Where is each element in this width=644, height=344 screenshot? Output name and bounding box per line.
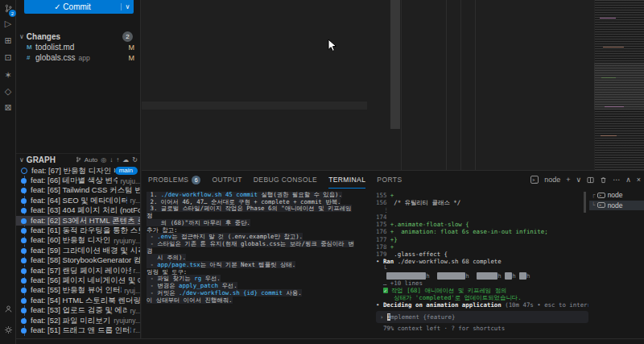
maximize-panel-button[interactable]: ∧: [625, 176, 631, 184]
settings-gear-icon[interactable]: [0, 322, 16, 337]
minimap[interactable]: [594, 0, 644, 170]
commit-row[interactable]: feat: [58] StorybookGenerator 컴포...: [16, 256, 141, 266]
commit-row[interactable]: feat: [60] 반응형 디자인 적용... ryujuny...: [16, 236, 141, 246]
code-line[interactable]: 21# Optional: File Upload Configuration: [142, 143, 367, 151]
code-line[interactable]: 15NEXT_PUBLIC_APP_NAME="AI 스토리북 생성기": [142, 93, 367, 101]
commit-row[interactable]: feat: [67] 반응형 디자인 미디... main: [16, 166, 141, 176]
terminal-line-text: 의 (68)"까지 마무리 후 중단.: [147, 219, 250, 226]
commit-dropdown-chevron-icon[interactable]: ∨: [121, 3, 134, 10]
code-line[interactable]: 6: [142, 19, 367, 27]
commit-row[interactable]: feat: [62] S3에서 HTML 콘텐츠 로드......: [16, 216, 141, 226]
commit-row[interactable]: feat: [54] HTML 스토리북 렌더링 컴포...: [16, 296, 141, 305]
code-line[interactable]: 7# AWS S3 Configuration: [142, 27, 367, 35]
code-line[interactable]: 228 updated=true: [402, 28, 593, 36]
editor-shell-script[interactable]: 224 if [[ ... ]] 225 local updated_line …: [401, 0, 644, 170]
settings-sync-icon[interactable]: ⊠: [0, 100, 16, 114]
code-line[interactable]: 231 echo "$line" >> "$temp_file": [402, 53, 593, 61]
terminal-profile-dropdown[interactable]: ∨: [576, 176, 582, 184]
terminal-scrollbar[interactable]: [584, 192, 586, 213]
editor-env-file[interactable]: 4# Replicate API Key for image generatio…: [142, 0, 401, 170]
copilot-icon[interactable]: ✶: [0, 68, 16, 82]
code-line[interactable]: 16: [142, 102, 367, 110]
extensions-icon[interactable]: ⊞: [0, 33, 16, 48]
panel-tab[interactable]: TERMINAL: [328, 171, 365, 189]
code-line[interactable]: 14NEXT_PUBLIC_APP_URL=http://localhost:3…: [142, 85, 367, 93]
close-panel-button[interactable]: ×: [637, 176, 641, 184]
commit-author: ry...: [130, 307, 141, 315]
code-line[interactable]: 244 rm "$temp_file": [402, 161, 593, 169]
code-line[interactable]: 242 echo -e "${GREEN} 상태가 '$new_status'로…: [402, 144, 593, 152]
code-line[interactable]: 23ALLOWED_FILE_TYPES=image/jpeg,image/pn…: [142, 160, 367, 168]
commit-row[interactable]: feat: [53] 업로드 검증 및 에러 표시... ry...: [16, 305, 141, 315]
code-line[interactable]: 10AWS_REGION=: [142, 52, 367, 60]
panel-tab[interactable]: DEBUG CONSOLE: [254, 171, 317, 189]
cloud-icon[interactable]: ☁: [122, 156, 129, 164]
code-line[interactable]: 243 else: [402, 153, 593, 161]
code-line[interactable]: 235 fi: [402, 86, 593, 94]
code-line[interactable]: 241 echo -e "${GREEN}✓ 작업 [$task_id] $ta…: [402, 136, 593, 144]
code-line[interactable]: 5REPLICATE_API_KEY=: [142, 10, 367, 18]
new-terminal-button[interactable]: +: [566, 176, 570, 184]
changed-file-row[interactable]: M todolist.md M: [16, 42, 141, 52]
more-actions-button[interactable]: ⋯: [613, 176, 620, 184]
commit-row[interactable]: feat: [57] 랜딩 페이지 레이아웃 구현... r...: [16, 266, 141, 276]
code-line[interactable]: 18RATE_LIMIT_MAX_REQUESTS=10: [142, 118, 367, 126]
editor-scrollbar[interactable]: [390, 0, 400, 129]
graph-target-icon[interactable]: ◎: [101, 156, 106, 164]
commit-row[interactable]: feat: [52] 파일 미리보기 기능... ryujuny...: [16, 316, 141, 325]
code-line[interactable]: 230 else: [402, 45, 593, 53]
code-line[interactable]: 13# Next.js Configuration: [142, 77, 367, 85]
code-line[interactable]: 234 ((current_task_counter++)): [402, 78, 593, 86]
code-line[interactable]: 229 ((current_task_counter++)): [402, 36, 593, 44]
graph-auto-toggle[interactable]: Auto: [85, 156, 97, 164]
commit-row[interactable]: feat: [51] 드래그 앤 드롭 인터페이스... r...: [16, 325, 141, 335]
terminal-instance-row[interactable]: └ >_ node: [589, 201, 644, 211]
changes-section-header[interactable]: ∨ Changes 2: [16, 31, 141, 42]
commit-button[interactable]: ✓ Commit ∨: [24, 0, 134, 14]
code-line[interactable]: 17# Optional: Rate Limiting Configuratio…: [142, 110, 367, 118]
code-line[interactable]: 233 if [[ $line =~ ^-\ \[.\]\ .+ ]]; the…: [402, 70, 593, 78]
remote-explorer-icon[interactable]: ⊡: [0, 50, 16, 64]
refresh-icon[interactable]: ↻: [132, 156, 138, 164]
code-line[interactable]: 12: [142, 68, 367, 76]
code-line[interactable]: 238: [402, 111, 593, 119]
code-line[interactable]: 4# Replicate API Key for image generatio…: [142, 2, 367, 10]
code-line[interactable]: 19RATE_LIMIT_WINDOW_MS=60000: [142, 126, 367, 134]
commit-row[interactable]: feat: [63] 404 페이지 처리 (notFound...: [16, 206, 141, 216]
source-control-icon[interactable]: 2: [0, 1, 16, 15]
commit-row[interactable]: feat: [65] Tailwind CSS 커스텀 변수 설...: [16, 186, 141, 196]
commit-row[interactable]: feat: [59] 그라데이션 배경 및 시각적 요...: [16, 246, 141, 255]
commit-row[interactable]: feat: [64] SEO 및 메타데이터 설정... ry...: [16, 196, 141, 205]
code-line[interactable]: 240 mv "$temp_file" "$TODO_FILE": [402, 128, 593, 136]
account-icon[interactable]: [0, 301, 16, 316]
code-line[interactable]: 226 updated_line=$(echo "$line" | sed "s…: [402, 12, 593, 20]
panel-tab[interactable]: PORTS: [377, 171, 402, 189]
commit-row[interactable]: feat: [61] 동적 라우팅을 통한 스토리북 ...: [16, 226, 141, 235]
commit-row[interactable]: feat: [66] 테마별 색상 변수 정의... ryuju...: [16, 176, 141, 185]
code-line[interactable]: 225 local updated_line: [402, 3, 593, 11]
terminal-line-text: ✓ 작업 [68] 애니메이션 및 키프레임 정의: [376, 287, 507, 294]
run-debug-icon[interactable]: ▷: [0, 16, 16, 31]
terminal-instance-row[interactable]: ┌ >_ node: [589, 190, 644, 201]
code-line[interactable]: 237 done < "$TODO_FILE": [402, 103, 593, 111]
panel-tab[interactable]: OUTPUT: [212, 171, 242, 189]
minimap-slider[interactable]: [594, 63, 644, 110]
commit-row[interactable]: feat: [56] 페이지 네비게이션 및 애니메이...: [16, 276, 141, 285]
kill-terminal-button[interactable]: [600, 176, 607, 184]
code-line[interactable]: 232 # 체크박스 라인이면 카운터 증가: [402, 61, 593, 69]
changed-file-row[interactable]: # globals.css app M: [16, 52, 141, 63]
code-line[interactable]: 11S3_BUCKET=: [142, 60, 367, 68]
code-line[interactable]: 22MAX_FILE_SIZE_MB=10: [142, 151, 367, 159]
split-terminal-button[interactable]: [587, 176, 594, 184]
fetch-icon[interactable]: ↓: [109, 156, 113, 164]
code-line[interactable]: 239 if [[ "$updated" == true ]]; then: [402, 119, 593, 127]
code-line[interactable]: 236 fi: [402, 95, 593, 103]
push-icon[interactable]: ↑: [116, 156, 119, 164]
code-line[interactable]: 20: [142, 135, 367, 143]
minimap-mark: [600, 18, 616, 19]
panel-tab[interactable]: PROBLEMS 6: [148, 171, 200, 189]
code-line[interactable]: 227 echo "$updated_line" >> "$temp_file": [402, 20, 593, 28]
container-tools-icon[interactable]: ◇: [0, 84, 16, 98]
graph-section-header[interactable]: ∨ GRAPH Auto ◎ ↓ ↑ ☁ ↻: [16, 153, 141, 165]
commit-row[interactable]: feat: [55] 반응형 뷰어 인터페이스... ryuj...: [16, 286, 141, 296]
